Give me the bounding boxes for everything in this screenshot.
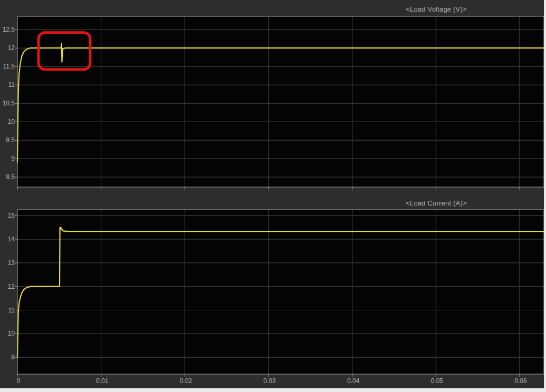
voltage-plot-title: <Load Voltage (V)> xyxy=(406,5,467,13)
x-tick-label: 0.03 xyxy=(263,377,275,385)
y-tick-label: 9 xyxy=(0,154,15,163)
x-tick-label: 0.04 xyxy=(347,377,359,385)
y-tick-label: 12 xyxy=(0,44,15,52)
y-tick-label: 9.5 xyxy=(0,136,15,144)
y-tick-label: 15 xyxy=(0,211,15,220)
page-edge-right xyxy=(544,0,546,392)
scope-canvas xyxy=(0,0,546,392)
x-tick-label: 0.01 xyxy=(96,377,108,385)
y-tick-label: 12 xyxy=(0,282,15,291)
x-tick-label: 0.06 xyxy=(514,377,526,385)
y-tick-label: 9 xyxy=(0,353,15,361)
y-tick-label: 11 xyxy=(0,81,15,89)
x-tick-label: 0.02 xyxy=(180,377,192,385)
y-tick-label: 11.5 xyxy=(0,62,15,71)
current-plot-area xyxy=(17,210,544,374)
x-tick-label: 0 xyxy=(17,377,21,385)
y-tick-label: 10 xyxy=(0,329,15,338)
y-tick-label: 8.5 xyxy=(0,173,15,181)
y-tick-label: 10.5 xyxy=(0,99,15,107)
voltage-plot-area xyxy=(17,16,544,187)
x-tick-label: 0.05 xyxy=(431,377,443,385)
page-edge-bottom xyxy=(0,388,546,392)
y-tick-label: 11 xyxy=(0,306,15,315)
scope-screenshot: <Load Voltage (V)> <Load Current (A)> 8.… xyxy=(0,0,546,392)
y-tick-label: 10 xyxy=(0,117,15,126)
y-tick-label: 13 xyxy=(0,259,15,267)
y-tick-label: 14 xyxy=(0,235,15,243)
scope-window: <Load Voltage (V)> <Load Current (A)> 8.… xyxy=(0,0,544,388)
y-tick-label: 12.5 xyxy=(0,25,15,34)
current-plot-title: <Load Current (A)> xyxy=(406,199,467,207)
